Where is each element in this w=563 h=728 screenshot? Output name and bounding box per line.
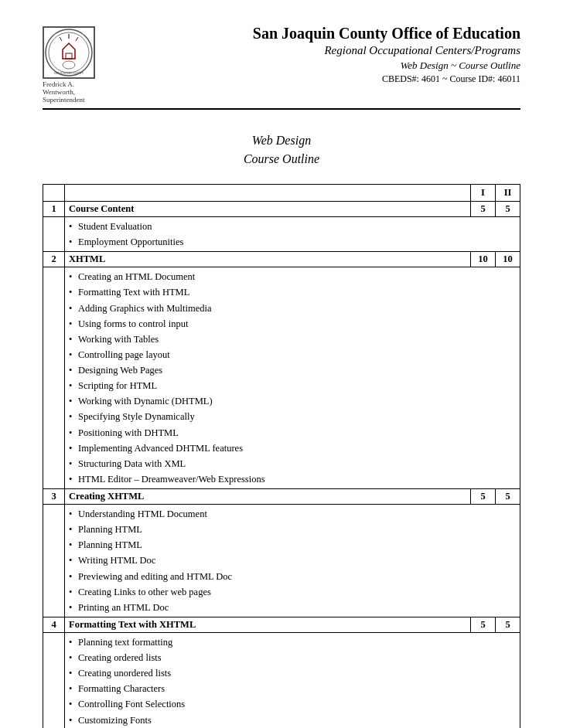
logo-image: SAN JOAQUIN COUNTY bbox=[43, 26, 95, 79]
list-item: Adding Graphics with Multimedia bbox=[69, 301, 516, 316]
list-item: Controlling page layout bbox=[69, 347, 516, 362]
col-header-num bbox=[43, 185, 65, 202]
list-item: Student Evaluation bbox=[69, 219, 516, 234]
svg-marker-2 bbox=[63, 43, 75, 59]
section-title: Formatting Text with XHTML bbox=[65, 617, 471, 632]
section-header-row: 3Creating XHTML55 bbox=[43, 489, 520, 505]
superintendent-label: Fredrick A. Wentworth, Superintendent bbox=[43, 80, 98, 104]
items-content-cell: Understanding HTML DocumentPlanning HTML… bbox=[65, 505, 520, 617]
svg-line-5 bbox=[76, 37, 78, 41]
svg-text:SAN JOAQUIN COUNTY: SAN JOAQUIN COUNTY bbox=[54, 72, 84, 75]
col-header-i: I bbox=[471, 185, 496, 202]
list-item: Creating an HTML Document bbox=[69, 269, 516, 284]
list-item: Employment Opportunities bbox=[69, 234, 516, 250]
list-item: Positioning with DHTML bbox=[69, 425, 516, 441]
list-item: Creating Links to other web pages bbox=[69, 584, 516, 600]
list-item: Creating unordered lists bbox=[69, 665, 516, 681]
seal-icon: SAN JOAQUIN COUNTY bbox=[44, 28, 94, 77]
section-title: Creating XHTML bbox=[65, 489, 471, 505]
svg-point-7 bbox=[63, 61, 75, 69]
page-title-section: Web Design Course Outline bbox=[43, 131, 520, 168]
cbeds-line: CBEDS#: 4601 ~ Course ID#: 46011 bbox=[106, 73, 520, 86]
items-list: Understanding HTML DocumentPlanning HTML… bbox=[69, 506, 516, 615]
section-col-i: 5 bbox=[471, 489, 496, 505]
list-item: Working with Dynamic (DHTML) bbox=[69, 393, 516, 409]
list-item: Formatting Characters bbox=[69, 681, 516, 696]
section-number: 3 bbox=[43, 489, 65, 505]
section-col-i: 5 bbox=[471, 617, 496, 632]
list-item: Creating ordered lists bbox=[69, 650, 516, 665]
section-header-row: 1Course Content55 bbox=[43, 202, 520, 217]
table-header-row: I II bbox=[43, 185, 520, 202]
section-number: 2 bbox=[43, 252, 65, 267]
section-col-ii: 5 bbox=[496, 489, 520, 505]
items-num-cell bbox=[43, 505, 65, 617]
col-header-content bbox=[65, 185, 471, 202]
section-items-row: Creating an HTML DocumentFormatting Text… bbox=[43, 267, 520, 489]
section-col-ii: 5 bbox=[496, 617, 520, 632]
list-item: HTML Editor – Dreamweaver/Web Expression… bbox=[69, 471, 516, 487]
items-list: Creating an HTML DocumentFormatting Text… bbox=[69, 269, 516, 487]
list-item: Customizing Fonts bbox=[69, 713, 516, 728]
org-title: San Joaquin County Office of Education bbox=[106, 23, 520, 43]
list-item: Planning HTML bbox=[69, 537, 516, 553]
header: SAN JOAQUIN COUNTY Fredrick A. Wentworth… bbox=[43, 23, 520, 110]
list-item: Printing an HTML Doc bbox=[69, 600, 516, 615]
course-outline-table: I II 1Course Content55Student Evaluation… bbox=[43, 184, 520, 728]
items-list: Planning text formattingCreating ordered… bbox=[69, 634, 516, 728]
list-item: Scripting for HTML bbox=[69, 378, 516, 393]
list-item: Planning HTML bbox=[69, 522, 516, 537]
list-item: Implementing Advanced DHTML features bbox=[69, 441, 516, 456]
items-list: Student EvaluationEmployment Opportuniti… bbox=[69, 219, 516, 250]
logo-box: SAN JOAQUIN COUNTY Fredrick A. Wentworth… bbox=[43, 26, 98, 104]
section-col-i: 10 bbox=[471, 252, 496, 267]
section-number: 1 bbox=[43, 202, 65, 217]
section-col-i: 5 bbox=[471, 202, 496, 217]
list-item: Structuring Data with XML bbox=[69, 456, 516, 471]
section-header-row: 2XHTML1010 bbox=[43, 252, 520, 267]
list-item: Working with Tables bbox=[69, 332, 516, 347]
page-title-line2: Course Outline bbox=[43, 150, 520, 168]
items-num-cell bbox=[43, 217, 65, 252]
list-item: Controlling Font Selections bbox=[69, 696, 516, 712]
list-item: Formatting Text with HTML bbox=[69, 284, 516, 300]
list-item: Planning text formatting bbox=[69, 634, 516, 650]
svg-line-6 bbox=[60, 37, 62, 41]
list-item: Designing Web Pages bbox=[69, 362, 516, 378]
section-number: 4 bbox=[43, 617, 65, 632]
page: SAN JOAQUIN COUNTY Fredrick A. Wentworth… bbox=[0, 0, 563, 728]
section-items-row: Student EvaluationEmployment Opportuniti… bbox=[43, 217, 520, 252]
page-title-line1: Web Design bbox=[43, 131, 520, 150]
section-header-row: 4Formatting Text with XHTML55 bbox=[43, 617, 520, 632]
list-item: Using forms to control input bbox=[69, 316, 516, 332]
section-col-ii: 10 bbox=[496, 252, 520, 267]
header-text-block: San Joaquin County Office of Education R… bbox=[106, 23, 520, 85]
items-content-cell: Student EvaluationEmployment Opportuniti… bbox=[65, 217, 520, 252]
section-title: Course Content bbox=[65, 202, 471, 217]
section-col-ii: 5 bbox=[496, 202, 520, 217]
items-content-cell: Planning text formattingCreating ordered… bbox=[65, 632, 520, 728]
course-line: Web Design ~ Course Outline bbox=[106, 59, 520, 73]
col-header-ii: II bbox=[496, 185, 520, 202]
section-items-row: Understanding HTML DocumentPlanning HTML… bbox=[43, 505, 520, 617]
items-num-cell bbox=[43, 632, 65, 728]
section-title: XHTML bbox=[65, 252, 471, 267]
list-item: Specifying Style Dynamically bbox=[69, 409, 516, 424]
org-subtitle: Regional Occupational Centers/Programs bbox=[106, 43, 520, 59]
list-item: Understanding HTML Document bbox=[69, 506, 516, 522]
list-item: Writing HTML Doc bbox=[69, 553, 516, 568]
svg-rect-3 bbox=[66, 53, 72, 59]
list-item: Previewing and editing and HTML Doc bbox=[69, 569, 516, 584]
items-content-cell: Creating an HTML DocumentFormatting Text… bbox=[65, 267, 520, 489]
section-items-row: Planning text formattingCreating ordered… bbox=[43, 632, 520, 728]
items-num-cell bbox=[43, 267, 65, 489]
